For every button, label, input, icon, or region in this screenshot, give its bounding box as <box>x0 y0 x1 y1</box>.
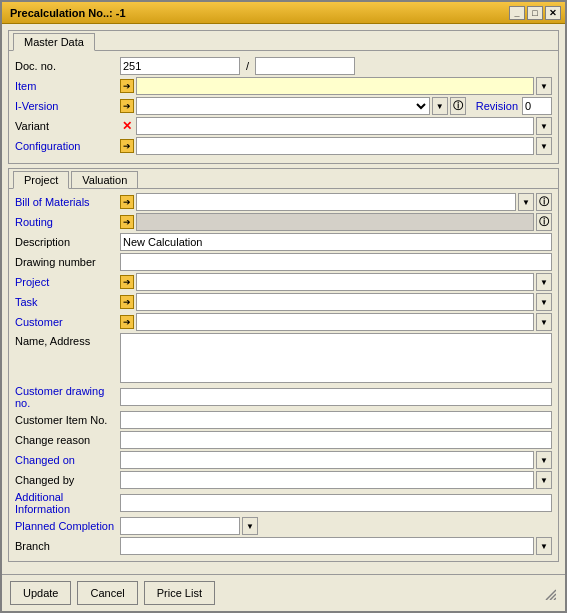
tab-project[interactable]: Project <box>13 171 69 189</box>
branch-input[interactable] <box>120 537 534 555</box>
customer-dropdown-button[interactable]: ▼ <box>536 313 552 331</box>
doc-no-row: Doc. no. / <box>15 57 552 75</box>
doc-no-field-group: / <box>120 57 552 75</box>
description-input[interactable] <box>120 233 552 251</box>
configuration-input[interactable] <box>136 137 534 155</box>
task-row: Task ➔ ▼ <box>15 293 552 311</box>
tab-master-data[interactable]: Master Data <box>13 33 95 51</box>
routing-input[interactable] <box>136 213 534 231</box>
tab-valuation[interactable]: Valuation <box>71 171 138 188</box>
changed-on-field-group: ▼ <box>120 451 552 469</box>
changed-by-field-group: ▼ <box>120 471 552 489</box>
update-button[interactable]: Update <box>10 581 71 605</box>
variant-input[interactable] <box>136 117 534 135</box>
bom-info-button[interactable]: ⓘ <box>536 193 552 211</box>
configuration-row: Configuration ➔ ▼ <box>15 137 552 155</box>
drawing-number-input[interactable] <box>120 253 552 271</box>
change-reason-input[interactable] <box>120 431 552 449</box>
variant-row: Variant ✕ ▼ <box>15 117 552 135</box>
iversion-row: I-Version ➔ ▼ ⓘ Revision <box>15 97 552 115</box>
inner-tab-content-project: Bill of Materials ➔ ▼ ⓘ Routing ➔ ⓘ <box>9 189 558 561</box>
variant-x-button[interactable]: ✕ <box>120 119 134 133</box>
inner-tabs-container: Project Valuation Bill of Materials ➔ ▼ … <box>8 168 559 562</box>
change-reason-row: Change reason <box>15 431 552 449</box>
iversion-field-group: ➔ ▼ ⓘ Revision <box>120 97 552 115</box>
branch-label: Branch <box>15 540 120 552</box>
item-input[interactable] <box>136 77 534 95</box>
project-label: Project <box>15 276 120 288</box>
description-label: Description <box>15 236 120 248</box>
iversion-arrow-button[interactable]: ➔ <box>120 99 134 113</box>
iversion-dropdown-button[interactable]: ▼ <box>432 97 448 115</box>
inner-tab-header: Project Valuation <box>9 169 558 189</box>
routing-row: Routing ➔ ⓘ <box>15 213 552 231</box>
changed-on-dropdown-button[interactable]: ▼ <box>536 451 552 469</box>
branch-field-group: ▼ <box>120 537 552 555</box>
changed-on-row: Changed on ▼ <box>15 451 552 469</box>
changed-by-dropdown-button[interactable]: ▼ <box>536 471 552 489</box>
main-content: Master Data Doc. no. / Item ➔ <box>2 24 565 574</box>
configuration-arrow-button[interactable]: ➔ <box>120 139 134 153</box>
bom-dropdown-button[interactable]: ▼ <box>518 193 534 211</box>
master-data-tab-container: Master Data Doc. no. / Item ➔ <box>8 30 559 164</box>
iversion-select[interactable] <box>136 97 430 115</box>
variant-field-group: ✕ ▼ <box>120 117 552 135</box>
planned-completion-label: Planned Completion <box>15 520 120 532</box>
doc-no-input[interactable] <box>120 57 240 75</box>
minimize-button[interactable]: _ <box>509 6 525 20</box>
project-dropdown-button[interactable]: ▼ <box>536 273 552 291</box>
task-arrow-button[interactable]: ➔ <box>120 295 134 309</box>
item-dropdown-button[interactable]: ▼ <box>536 77 552 95</box>
changed-by-row: Changed by ▼ <box>15 471 552 489</box>
tab-content-master: Doc. no. / Item ➔ ▼ <box>9 51 558 163</box>
planned-completion-dropdown-button[interactable]: ▼ <box>242 517 258 535</box>
variant-label: Variant <box>15 120 120 132</box>
window-controls: _ □ ✕ <box>509 6 561 20</box>
configuration-label: Configuration <box>15 140 120 152</box>
planned-completion-input[interactable] <box>120 517 240 535</box>
price-list-button[interactable]: Price List <box>144 581 215 605</box>
project-arrow-button[interactable]: ➔ <box>120 275 134 289</box>
changed-by-input[interactable] <box>120 471 534 489</box>
name-address-textarea[interactable] <box>120 333 552 383</box>
customer-item-input[interactable] <box>120 411 552 429</box>
branch-dropdown-button[interactable]: ▼ <box>536 537 552 555</box>
maximize-button[interactable]: □ <box>527 6 543 20</box>
routing-label: Routing <box>15 216 120 228</box>
iversion-info-button[interactable]: ⓘ <box>450 97 466 115</box>
customer-item-row: Customer Item No. <box>15 411 552 429</box>
bom-field-group: ➔ ▼ ⓘ <box>120 193 552 211</box>
main-window: Precalculation No..: -1 _ □ ✕ Master Dat… <box>0 0 567 613</box>
task-dropdown-button[interactable]: ▼ <box>536 293 552 311</box>
item-arrow-button[interactable]: ➔ <box>120 79 134 93</box>
bom-row: Bill of Materials ➔ ▼ ⓘ <box>15 193 552 211</box>
doc-no-input2[interactable] <box>255 57 355 75</box>
configuration-dropdown-button[interactable]: ▼ <box>536 137 552 155</box>
branch-row: Branch ▼ <box>15 537 552 555</box>
close-button[interactable]: ✕ <box>545 6 561 20</box>
task-input[interactable] <box>136 293 534 311</box>
planned-completion-row: Planned Completion ▼ <box>15 517 552 535</box>
name-address-label: Name, Address <box>15 333 120 347</box>
resize-handle[interactable] <box>541 585 557 601</box>
customer-drawing-input[interactable] <box>120 388 552 406</box>
routing-info-button[interactable]: ⓘ <box>536 213 552 231</box>
changed-by-label: Changed by <box>15 474 120 486</box>
cancel-button[interactable]: Cancel <box>77 581 137 605</box>
additional-info-input[interactable] <box>120 494 552 512</box>
item-field-group: ➔ ▼ <box>120 77 552 95</box>
task-label: Task <box>15 296 120 308</box>
drawing-number-row: Drawing number <box>15 253 552 271</box>
variant-dropdown-button[interactable]: ▼ <box>536 117 552 135</box>
project-input[interactable] <box>136 273 534 291</box>
customer-input[interactable] <box>136 313 534 331</box>
customer-arrow-button[interactable]: ➔ <box>120 315 134 329</box>
bom-input[interactable] <box>136 193 516 211</box>
routing-arrow-button[interactable]: ➔ <box>120 215 134 229</box>
window-title: Precalculation No..: -1 <box>6 7 126 19</box>
bom-arrow-button[interactable]: ➔ <box>120 195 134 209</box>
revision-input[interactable] <box>522 97 552 115</box>
changed-on-input[interactable] <box>120 451 534 469</box>
description-row: Description <box>15 233 552 251</box>
project-row: Project ➔ ▼ <box>15 273 552 291</box>
